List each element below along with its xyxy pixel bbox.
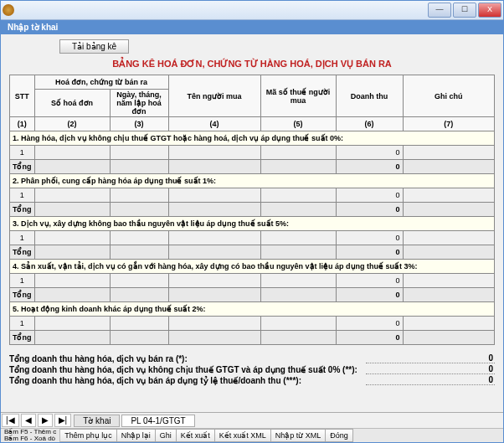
tab-pl[interactable]: PL 04-1/GTGT bbox=[121, 415, 194, 427]
sum-revenue: 0 bbox=[336, 331, 403, 345]
nav-last[interactable]: ▶| bbox=[54, 414, 72, 427]
btn-nhaplai[interactable]: Nhập lại bbox=[117, 429, 156, 442]
th-c7: (7) bbox=[403, 117, 495, 131]
th-c2: (2) bbox=[34, 117, 110, 131]
th-note: Ghi chú bbox=[403, 75, 495, 117]
nav-next[interactable]: ▶ bbox=[38, 414, 53, 427]
app-icon bbox=[3, 4, 14, 16]
row-stt[interactable]: 1 bbox=[10, 146, 35, 160]
th-invoice-group: Hoá đơn, chứng từ bán ra bbox=[34, 75, 168, 90]
btn-nhap-xml[interactable]: Nhập từ XML bbox=[271, 429, 327, 442]
tab-tokhai[interactable]: Tờ khai bbox=[74, 415, 120, 427]
btn-dong[interactable]: Đóng bbox=[326, 429, 353, 442]
cell-invoice-date[interactable] bbox=[110, 317, 168, 331]
statusbar: Bấm F5 - Thêm c Bấm F6 - Xoá dò Thêm phụ… bbox=[1, 428, 503, 442]
cell-buyer[interactable] bbox=[168, 146, 260, 160]
invoice-table: STT Hoá đơn, chứng từ bán ra Tên người m… bbox=[9, 75, 495, 345]
row-stt[interactable]: 1 bbox=[10, 274, 35, 288]
btn-ketxuat-xml[interactable]: Kết xuất XML bbox=[215, 429, 271, 442]
summary-area: Tổng doanh thu hàng hóa, dịch vụ bán ra … bbox=[9, 353, 495, 385]
cell-invoice-no[interactable] bbox=[34, 274, 110, 288]
footer-nav: |◀ ◀ ▶ ▶| Tờ khai PL 04-1/GTGT bbox=[1, 412, 503, 429]
th-buyer: Tên người mua bbox=[168, 75, 260, 117]
th-c3: (3) bbox=[110, 117, 168, 131]
row-stt[interactable]: 1 bbox=[10, 317, 35, 331]
cell-revenue[interactable]: 0 bbox=[336, 317, 403, 331]
close-button[interactable]: X bbox=[478, 3, 501, 18]
cell-taxcode[interactable] bbox=[260, 146, 336, 160]
summary-label: Tổng doanh thu hàng hóa, dịch vụ không c… bbox=[9, 365, 366, 374]
cell-buyer[interactable] bbox=[168, 231, 260, 245]
summary-label: Tổng doanh thu hàng hóa, dịch vụ bán áp … bbox=[9, 376, 366, 385]
section-title: 2. Phân phối, cung cấp hàng hóa áp dụng … bbox=[10, 174, 495, 188]
minimize-button[interactable]: — bbox=[428, 3, 451, 18]
sum-revenue: 0 bbox=[336, 203, 403, 217]
cell-note[interactable] bbox=[403, 274, 495, 288]
tab-header: Nhập tờ khai bbox=[1, 20, 503, 34]
cell-invoice-date[interactable] bbox=[110, 274, 168, 288]
cell-invoice-no[interactable] bbox=[34, 231, 110, 245]
cell-taxcode[interactable] bbox=[260, 231, 336, 245]
sum-revenue: 0 bbox=[336, 245, 403, 260]
row-stt[interactable]: 1 bbox=[10, 188, 35, 203]
section-title: 3. Dịch vụ, xây dựng không bao thầu nguy… bbox=[10, 217, 495, 231]
th-taxcode: Mã số thuế người mua bbox=[260, 75, 336, 117]
sum-label: Tổng bbox=[10, 160, 35, 174]
sum-revenue: 0 bbox=[336, 160, 403, 174]
cell-note[interactable] bbox=[403, 231, 495, 245]
cell-buyer[interactable] bbox=[168, 317, 260, 331]
sum-label: Tổng bbox=[10, 288, 35, 302]
cell-invoice-date[interactable] bbox=[110, 146, 168, 160]
cell-buyer[interactable] bbox=[168, 188, 260, 203]
sum-label: Tổng bbox=[10, 331, 35, 345]
cell-invoice-no[interactable] bbox=[34, 146, 110, 160]
btn-them-phuluc[interactable]: Thêm phụ lục bbox=[60, 429, 117, 442]
cell-revenue[interactable]: 0 bbox=[336, 146, 403, 160]
cell-invoice-date[interactable] bbox=[110, 188, 168, 203]
th-invoice-no: Số hoá đơn bbox=[34, 90, 110, 117]
th-c1: (1) bbox=[10, 117, 35, 131]
cell-taxcode[interactable] bbox=[260, 188, 336, 203]
load-table-button[interactable]: Tải bảng kê bbox=[59, 39, 129, 54]
section-title: 5. Hoạt động kinh doanh khác áp dụng thu… bbox=[10, 302, 495, 317]
th-c5: (5) bbox=[260, 117, 336, 131]
btn-ketxuat[interactable]: Kết xuất bbox=[177, 429, 215, 442]
section-title: 4. Sản xuất, vận tải, dịch vụ có gắn với… bbox=[10, 260, 495, 274]
cell-revenue[interactable]: 0 bbox=[336, 274, 403, 288]
th-c4: (4) bbox=[168, 117, 260, 131]
cell-buyer[interactable] bbox=[168, 274, 260, 288]
titlebar: — ☐ X bbox=[1, 1, 503, 20]
cell-invoice-date[interactable] bbox=[110, 231, 168, 245]
maximize-button[interactable]: ☐ bbox=[453, 3, 476, 18]
cell-taxcode[interactable] bbox=[260, 274, 336, 288]
content-area: Tải bảng kê BẢNG KÊ HOÁ ĐƠN, CHỨNG TỪ HÀ… bbox=[1, 34, 503, 415]
cell-note[interactable] bbox=[403, 317, 495, 331]
cell-invoice-no[interactable] bbox=[34, 317, 110, 331]
th-stt: STT bbox=[10, 75, 35, 117]
btn-ghi[interactable]: Ghi bbox=[156, 429, 177, 442]
hints: Bấm F5 - Thêm c Bấm F6 - Xoá dò bbox=[1, 429, 60, 442]
sum-label: Tổng bbox=[10, 245, 35, 260]
nav-prev[interactable]: ◀ bbox=[21, 414, 36, 427]
summary-value: 0 bbox=[366, 364, 495, 374]
cell-revenue[interactable]: 0 bbox=[336, 231, 403, 245]
nav-first[interactable]: |◀ bbox=[2, 414, 19, 427]
cell-note[interactable] bbox=[403, 146, 495, 160]
sum-revenue: 0 bbox=[336, 288, 403, 302]
form-title: BẢNG KÊ HOÁ ĐƠN, CHỨNG TỪ HÀNG HOÁ, DỊCH… bbox=[9, 59, 495, 70]
cell-taxcode[interactable] bbox=[260, 317, 336, 331]
cell-invoice-no[interactable] bbox=[34, 188, 110, 203]
th-c6: (6) bbox=[336, 117, 403, 131]
hint-f6: Bấm F6 - Xoá dò bbox=[4, 435, 56, 442]
row-stt[interactable]: 1 bbox=[10, 231, 35, 245]
th-revenue: Doanh thu bbox=[336, 75, 403, 117]
summary-value: 0 bbox=[366, 353, 495, 363]
summary-value: 0 bbox=[366, 375, 495, 385]
app-window: — ☐ X Nhập tờ khai Tải bảng kê BẢNG KÊ H… bbox=[0, 0, 504, 443]
cell-revenue[interactable]: 0 bbox=[336, 188, 403, 203]
section-title: 1. Hàng hóa, dịch vụ không chịu thuế GTG… bbox=[10, 131, 495, 146]
cell-note[interactable] bbox=[403, 188, 495, 203]
summary-label: Tổng doanh thu hàng hóa, dịch vụ bán ra … bbox=[9, 354, 366, 363]
th-invoice-date: Ngày, tháng, năm lập hoá đơn bbox=[110, 90, 168, 117]
sum-label: Tổng bbox=[10, 203, 35, 217]
